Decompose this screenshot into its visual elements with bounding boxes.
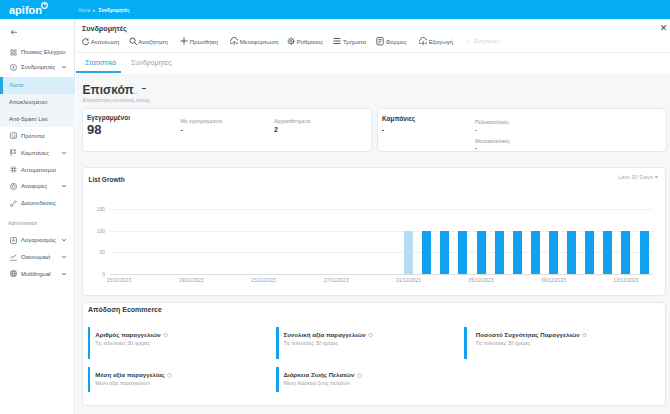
svg-text:A: A — [12, 238, 16, 243]
